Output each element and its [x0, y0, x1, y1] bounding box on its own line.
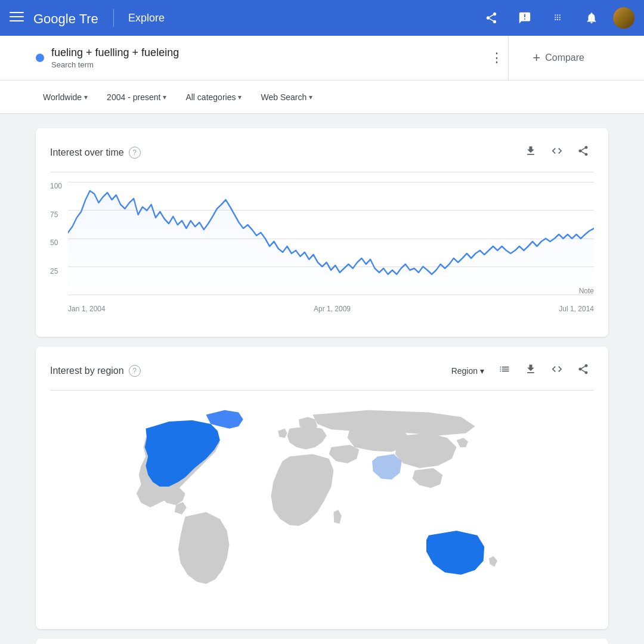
interest-over-time-card: Interest over time ?: [36, 128, 608, 337]
filter-bar: Worldwide ▾ 2004 - present ▾ All categor…: [0, 80, 644, 114]
card-title-area-time: Interest over time ?: [50, 147, 141, 159]
chart-x-labels: Jan 1, 2004 Apr 1, 2009 Jul 1, 2014: [68, 305, 594, 313]
time-label: 2004 - present: [107, 92, 160, 102]
worldwide-label: Worldwide: [43, 92, 82, 102]
notifications-icon[interactable]: [580, 6, 603, 30]
compare-plus-icon: +: [532, 50, 540, 66]
worldwide-chevron: ▾: [84, 93, 88, 101]
share-icon-region[interactable]: [572, 358, 594, 383]
apps-icon[interactable]: [546, 6, 570, 30]
card-title-region: Interest by region: [50, 366, 124, 376]
search-area: fueling + fuelling + fueleing Search ter…: [0, 36, 644, 80]
header-divider: [113, 9, 114, 27]
app-header: Google Trends Explore: [0, 0, 644, 36]
download-icon-time[interactable]: [520, 140, 541, 165]
time-filter[interactable]: 2004 - present ▾: [100, 88, 174, 107]
x-label-2004: Jan 1, 2004: [68, 305, 106, 313]
time-chevron: ▾: [163, 93, 166, 101]
search-type-filter[interactable]: Web Search ▾: [253, 88, 320, 107]
interest-by-region-card: Interest by region ? Region ▾: [36, 346, 608, 629]
x-label-2009: Apr 1, 2009: [314, 305, 351, 313]
search-term-text: fueling + fuelling + fueleing Search ter…: [51, 47, 478, 69]
svg-rect-2: [10, 20, 24, 21]
compare-button[interactable]: + Compare: [509, 36, 608, 80]
logo: Google Trends: [33, 7, 99, 29]
map-container: [36, 391, 608, 629]
svg-text:Google Trends: Google Trends: [33, 11, 99, 26]
code-icon-time[interactable]: [546, 140, 568, 165]
help-icon-time[interactable]: ?: [129, 147, 141, 159]
categories-label: All categories: [185, 92, 236, 102]
card-actions-time: [520, 140, 594, 165]
share-icon-time[interactable]: [572, 140, 594, 165]
search-dot: [36, 54, 44, 62]
note-label: Note: [579, 287, 594, 295]
y-label-75: 75: [50, 210, 62, 219]
region-chevron: ▾: [480, 366, 484, 376]
y-label-100: 100: [50, 182, 62, 190]
worldwide-filter[interactable]: Worldwide ▾: [36, 88, 95, 107]
search-term-main: fueling + fuelling + fueleing: [51, 47, 478, 59]
card-header-time: Interest over time ?: [36, 128, 608, 172]
region-label: Region: [451, 366, 478, 376]
menu-icon[interactable]: [10, 10, 24, 27]
search-type-chevron: ▾: [309, 93, 312, 101]
card-header-region: Interest by region ? Region ▾: [36, 346, 608, 390]
card-title-time: Interest over time: [50, 147, 124, 158]
trend-line-svg: [68, 182, 594, 295]
feedback-icon[interactable]: [513, 6, 537, 30]
help-icon-region[interactable]: ?: [129, 365, 141, 377]
search-term-container: fueling + fuelling + fueleing Search ter…: [36, 36, 509, 80]
categories-filter[interactable]: All categories ▾: [178, 88, 249, 107]
chart-area: 100 75 50 25: [68, 182, 594, 313]
search-more-icon[interactable]: ⋮: [485, 45, 508, 70]
card-title-area-region: Interest by region ?: [50, 365, 141, 377]
card-actions-region: Region ▾: [447, 358, 594, 383]
x-label-2014: Jul 1, 2014: [559, 305, 594, 313]
header-actions: [479, 6, 634, 30]
y-label-50: 50: [50, 239, 62, 247]
code-icon-region[interactable]: [546, 358, 568, 383]
svg-rect-1: [10, 16, 24, 17]
world-map: [113, 400, 531, 615]
compare-label: Compare: [545, 52, 584, 63]
chart-container: 100 75 50 25: [36, 172, 608, 318]
chart-y-labels: 100 75 50 25: [50, 182, 62, 295]
region-dropdown[interactable]: Region ▾: [447, 363, 489, 379]
categories-chevron: ▾: [238, 93, 242, 101]
share-icon[interactable]: [479, 6, 503, 30]
avatar[interactable]: [613, 7, 634, 29]
list-icon-region[interactable]: [494, 358, 515, 383]
main-content: Interest over time ?: [0, 114, 644, 644]
search-term-sub: Search term: [51, 60, 478, 69]
search-type-label: Web Search: [261, 92, 306, 102]
bottom-checkbox-area: Include low search volume regions: [36, 639, 608, 644]
explore-label: Explore: [128, 12, 165, 24]
y-label-25: 25: [50, 267, 62, 275]
svg-rect-0: [10, 12, 24, 13]
download-icon-region[interactable]: [520, 358, 541, 383]
avatar-image: [613, 7, 634, 29]
